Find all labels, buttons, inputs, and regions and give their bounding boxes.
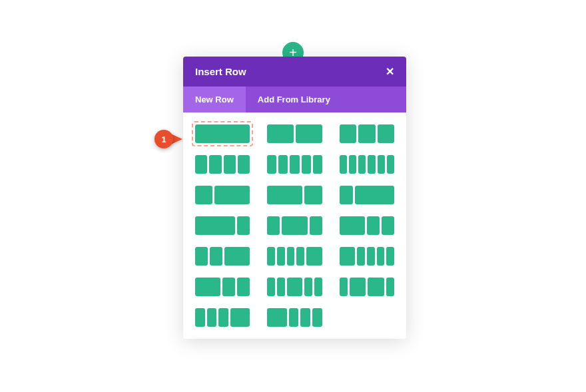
layout-option[interactable] [340, 216, 394, 235]
layout-column-icon [368, 155, 375, 174]
callout-number: 1 [154, 130, 173, 148]
layout-option[interactable] [267, 247, 322, 266]
layout-column-icon [349, 155, 356, 174]
layout-column-icon [222, 278, 235, 296]
layout-column-icon [267, 247, 275, 266]
layout-column-icon [313, 155, 322, 174]
annotation-callout: 1 [154, 130, 182, 148]
layout-column-icon [378, 155, 385, 174]
layout-column-icon [210, 247, 222, 266]
layout-column-icon [355, 186, 395, 204]
layout-column-icon [340, 124, 356, 143]
layout-column-icon [367, 247, 375, 266]
layout-column-icon [387, 155, 394, 174]
layout-column-icon [237, 278, 250, 296]
layout-option[interactable] [267, 155, 322, 174]
layout-column-icon [386, 278, 394, 296]
layout-option[interactable] [267, 216, 322, 235]
layout-column-icon [287, 278, 302, 296]
layout-column-icon [195, 186, 212, 204]
layout-column-icon [195, 216, 235, 235]
layout-column-icon [314, 278, 322, 296]
layout-column-icon [302, 155, 311, 174]
layout-column-icon [296, 124, 322, 143]
layout-column-icon [214, 186, 250, 204]
layout-column-icon [290, 155, 299, 174]
layout-column-icon [267, 308, 286, 327]
layout-column-icon [340, 247, 355, 266]
layout-column-icon [382, 216, 394, 235]
layout-column-icon [267, 278, 275, 296]
layout-option[interactable] [340, 155, 394, 174]
layout-option[interactable] [195, 216, 250, 235]
layout-column-icon [282, 216, 307, 235]
layout-option[interactable] [195, 186, 250, 204]
layout-column-icon [358, 124, 375, 143]
tab-add-from-library[interactable]: Add From Library [246, 87, 342, 112]
layout-option[interactable] [267, 278, 322, 296]
layout-option[interactable] [267, 308, 322, 327]
layout-option[interactable] [195, 278, 250, 296]
layout-column-icon [367, 216, 380, 235]
layout-column-icon [304, 278, 312, 296]
layout-column-icon [306, 247, 322, 266]
layout-column-icon [310, 216, 322, 235]
layout-column-icon [340, 186, 353, 204]
close-button[interactable]: ✕ [386, 67, 394, 77]
layout-column-icon [267, 155, 276, 174]
layout-option[interactable] [195, 308, 250, 327]
layout-option[interactable] [267, 124, 322, 143]
layout-column-icon [267, 124, 294, 143]
layout-column-icon [350, 278, 366, 296]
layout-column-icon [209, 155, 221, 174]
layout-option[interactable] [195, 155, 250, 174]
layout-column-icon [368, 278, 384, 296]
layout-column-icon [340, 278, 348, 296]
layout-column-icon [277, 247, 285, 266]
layout-column-icon [224, 247, 250, 266]
layout-column-icon [237, 216, 250, 235]
layout-column-icon [386, 247, 394, 266]
layout-column-icon [300, 308, 310, 327]
layout-column-icon [377, 247, 385, 266]
layout-column-icon [378, 124, 394, 143]
layout-column-icon [238, 155, 250, 174]
layout-column-icon [312, 308, 322, 327]
modal-title: Insert Row [195, 66, 246, 77]
layout-column-icon [195, 247, 208, 266]
insert-row-modal: Insert Row ✕ New Row Add From Library [183, 57, 406, 339]
layout-column-icon [195, 308, 205, 327]
layout-column-icon [218, 308, 228, 327]
layout-option[interactable] [195, 247, 250, 266]
layout-column-icon [340, 216, 365, 235]
layout-option[interactable] [340, 124, 394, 143]
layout-column-icon [340, 155, 347, 174]
layout-option[interactable] [267, 186, 322, 204]
layout-column-icon [195, 124, 250, 143]
layout-option[interactable] [340, 278, 394, 296]
layout-option[interactable] [340, 186, 394, 204]
close-icon: ✕ [386, 66, 394, 77]
layout-column-icon [289, 308, 299, 327]
layout-option[interactable] [192, 121, 253, 146]
layout-column-icon [267, 216, 280, 235]
tabs: New Row Add From Library [183, 87, 406, 112]
layout-column-icon [278, 155, 288, 174]
tab-new-row[interactable]: New Row [183, 87, 246, 112]
layout-column-icon [304, 186, 322, 204]
layout-column-icon [287, 247, 295, 266]
modal-header: Insert Row ✕ [183, 57, 406, 87]
layouts-grid [183, 112, 406, 339]
layout-column-icon [358, 155, 366, 174]
layout-column-icon [357, 247, 365, 266]
layout-column-icon [277, 278, 285, 296]
layout-column-icon [195, 155, 207, 174]
layout-column-icon [224, 155, 236, 174]
layout-column-icon [230, 308, 250, 327]
layout-column-icon [207, 308, 217, 327]
layout-column-icon [267, 186, 302, 204]
layout-column-icon [195, 278, 220, 296]
layout-column-icon [296, 247, 304, 266]
layout-option[interactable] [340, 247, 394, 266]
